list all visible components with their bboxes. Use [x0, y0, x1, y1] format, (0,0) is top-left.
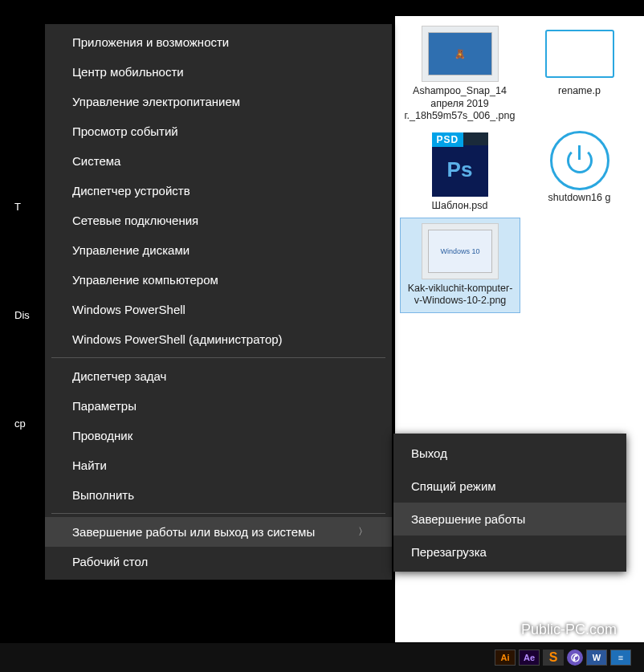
- menu-item-desktop[interactable]: Рабочий стол: [45, 547, 392, 576]
- image-thumbnail-icon: 🧸: [422, 26, 499, 82]
- menu-item-search[interactable]: Найти: [45, 450, 392, 480]
- shutdown-submenu: Выход Спящий режим Завершение работы Пер…: [393, 434, 626, 572]
- file-item[interactable]: PSD Ps Шаблон.psd: [400, 128, 520, 218]
- submenu-item-signout[interactable]: Выход: [393, 437, 626, 470]
- menu-item-apps-features[interactable]: Приложения и возможности: [45, 27, 392, 57]
- file-name: rename.p: [556, 85, 602, 98]
- watermark-text: Public-PC.com: [521, 621, 617, 638]
- file-item[interactable]: shutdown16 g: [520, 128, 639, 218]
- menu-item-computer-management[interactable]: Управление компьютером: [45, 265, 392, 295]
- file-item-selected[interactable]: Windows 10 Kak-vikluchit-komputer-v-Wind…: [400, 218, 520, 313]
- winx-menu: Приложения и возможности Центр мобильнос…: [45, 24, 392, 580]
- desktop-label: Dis: [14, 309, 30, 321]
- image-thumbnail-icon: [541, 26, 618, 82]
- menu-separator: [51, 357, 385, 358]
- submenu-item-sleep[interactable]: Спящий режим: [393, 470, 626, 503]
- menu-item-settings[interactable]: Параметры: [45, 391, 392, 421]
- power-icon: [541, 132, 618, 189]
- menu-item-event-viewer[interactable]: Просмотр событий: [45, 116, 392, 146]
- menu-item-powershell[interactable]: Windows PowerShell: [45, 295, 392, 324]
- file-name: Шаблон.psd: [430, 200, 490, 213]
- taskbar-app-icon[interactable]: ≡: [610, 650, 631, 666]
- menu-item-mobility-center[interactable]: Центр мобильности: [45, 57, 392, 87]
- submenu-item-shutdown[interactable]: Завершение работы: [393, 503, 626, 536]
- image-thumbnail-icon: Windows 10: [422, 223, 499, 279]
- taskbar-aftereffects-icon[interactable]: Ae: [519, 650, 540, 666]
- desktop-left-labels: T Dis ср: [14, 201, 30, 526]
- menu-item-network-connections[interactable]: Сетевые подключения: [45, 206, 392, 235]
- file-name: shutdown16 g: [547, 192, 613, 205]
- taskbar-illustrator-icon[interactable]: Ai: [495, 650, 516, 666]
- menu-item-power-options[interactable]: Управление электропитанием: [45, 87, 392, 116]
- menu-item-disk-management[interactable]: Управление дисками: [45, 235, 392, 265]
- taskbar-sublime-icon[interactable]: S: [543, 650, 564, 666]
- submenu-item-restart[interactable]: Перезагрузка: [393, 536, 626, 568]
- menu-item-powershell-admin[interactable]: Windows PowerShell (администратор): [45, 324, 392, 354]
- menu-item-explorer[interactable]: Проводник: [45, 421, 392, 450]
- taskbar-word-icon[interactable]: W: [586, 650, 607, 666]
- menu-item-task-manager[interactable]: Диспетчер задач: [45, 361, 392, 391]
- psd-file-icon: PSD Ps: [432, 132, 488, 197]
- file-name: Ashampoo_Snap_14 апреля 2019 г._18h59m57…: [401, 85, 518, 123]
- file-name: Kak-vikluchit-komputer-v-Windows-10-2.pn…: [402, 283, 518, 307]
- menu-item-system[interactable]: Система: [45, 146, 392, 176]
- menu-item-shutdown-or-signout[interactable]: Завершение работы или выход из системы 〉: [45, 517, 392, 547]
- menu-item-device-manager[interactable]: Диспетчер устройств: [45, 176, 392, 206]
- taskbar: Ai Ae S ✆ W ≡: [0, 643, 644, 672]
- desktop-label: ср: [14, 417, 30, 430]
- file-item[interactable]: 🧸 Ashampoo_Snap_14 апреля 2019 г._18h59m…: [400, 21, 520, 128]
- file-item[interactable]: rename.p: [520, 21, 639, 128]
- taskbar-viber-icon[interactable]: ✆: [567, 650, 583, 666]
- menu-separator: [51, 513, 385, 514]
- desktop-label: T: [14, 201, 30, 213]
- menu-item-run[interactable]: Выполнить: [45, 480, 392, 510]
- chevron-right-icon: 〉: [358, 525, 368, 539]
- psd-badge: PSD: [432, 132, 464, 147]
